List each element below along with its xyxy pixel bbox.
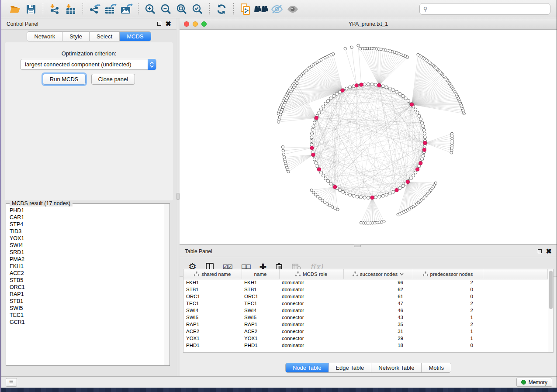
ring-node[interactable]	[363, 196, 366, 199]
ring-node[interactable]	[367, 196, 370, 199]
ring-node[interactable]	[345, 87, 348, 90]
table-row[interactable]: PHD1PHD1dominator180	[183, 342, 548, 349]
ring-node[interactable]	[356, 195, 359, 198]
mcds-result-item[interactable]: GCR1	[10, 319, 164, 326]
mcds-result-item[interactable]: SWI4	[10, 242, 164, 249]
ring-node[interactable]	[374, 83, 377, 86]
zoom-selected-icon[interactable]	[190, 2, 205, 17]
export-image-icon[interactable]	[118, 2, 134, 17]
ring-node[interactable]	[313, 158, 316, 161]
leaf-node[interactable]	[331, 206, 334, 208]
ring-node[interactable]	[407, 100, 410, 103]
leaf-node[interactable]	[329, 204, 331, 207]
leaf-node[interactable]	[357, 44, 360, 47]
ring-node[interactable]	[392, 89, 395, 92]
ring-node[interactable]	[318, 111, 321, 114]
ring-node[interactable]	[324, 177, 327, 180]
ring-node[interactable]	[367, 83, 370, 86]
ring-node[interactable]	[418, 114, 421, 117]
mcds-result-item[interactable]: YOX1	[10, 235, 164, 242]
leaf-node[interactable]	[277, 120, 280, 123]
ring-node[interactable]	[322, 174, 325, 177]
table-row[interactable]: SWI5SWI5connector431	[183, 314, 548, 321]
memory-button[interactable]: Memory	[516, 378, 552, 387]
zoom-fit-icon[interactable]	[174, 2, 190, 17]
hub-node[interactable]	[410, 103, 414, 106]
ring-node[interactable]	[378, 195, 381, 198]
ring-node[interactable]	[312, 125, 315, 128]
column-header-name[interactable]: name	[242, 269, 279, 279]
ring-node[interactable]	[338, 189, 341, 192]
export-network-icon[interactable]	[87, 2, 103, 17]
ring-node[interactable]	[329, 182, 332, 185]
hub-node[interactable]	[355, 84, 358, 87]
zoom-in-icon[interactable]	[142, 2, 158, 17]
network-canvas[interactable]	[180, 30, 557, 244]
save-session-icon[interactable]	[23, 2, 39, 17]
ring-node[interactable]	[412, 174, 415, 177]
task-history-button[interactable]: ≣	[6, 378, 17, 387]
ring-node[interactable]	[319, 108, 322, 111]
ring-node[interactable]	[345, 192, 348, 195]
leaf-node[interactable]	[310, 189, 313, 192]
ring-node[interactable]	[381, 194, 384, 197]
tab-style[interactable]: Style	[62, 32, 90, 41]
ring-node[interactable]	[423, 132, 426, 135]
mcds-result-item[interactable]: PMA2	[10, 256, 164, 263]
leaf-node[interactable]	[350, 46, 353, 48]
ring-node[interactable]	[401, 185, 405, 188]
mcds-result-item[interactable]: PHD1	[10, 207, 164, 214]
refresh-icon[interactable]	[214, 2, 229, 17]
ring-node[interactable]	[401, 94, 405, 97]
ring-node[interactable]	[422, 154, 425, 157]
close-panel-button[interactable]: Close panel	[91, 74, 135, 85]
mcds-list-scrollbar[interactable]	[164, 204, 169, 365]
leaf-node[interactable]	[344, 47, 346, 50]
import-table-icon[interactable]	[63, 2, 79, 17]
ring-node[interactable]	[310, 136, 313, 139]
ring-node[interactable]	[310, 143, 313, 146]
hub-node[interactable]	[423, 141, 427, 144]
ring-node[interactable]	[385, 86, 388, 89]
mcds-result-item[interactable]: SRD1	[10, 249, 164, 256]
tab-network[interactable]: Network	[27, 32, 62, 41]
search-network-icon[interactable]	[253, 2, 269, 17]
ring-node[interactable]	[329, 97, 332, 100]
optimization-criterion-select[interactable]: largest connected component (undirected)	[20, 59, 156, 70]
leaf-node[interactable]	[314, 193, 317, 196]
mcds-result-item[interactable]: SWI5	[10, 305, 164, 312]
leaf-node[interactable]	[287, 170, 290, 173]
mcds-result-item[interactable]: RAP1	[10, 291, 164, 298]
ring-node[interactable]	[392, 190, 395, 193]
tab-node-table[interactable]: Node Table	[286, 363, 329, 372]
mcds-result-item[interactable]: ACE2	[10, 270, 164, 277]
leaf-node[interactable]	[281, 146, 284, 148]
ring-node[interactable]	[310, 139, 313, 142]
leaf-node[interactable]	[318, 197, 321, 200]
float-table-panel-icon[interactable]	[538, 249, 542, 253]
ring-node[interactable]	[322, 105, 325, 108]
hub-node[interactable]	[416, 168, 419, 171]
ring-node[interactable]	[374, 196, 377, 199]
ring-node[interactable]	[385, 193, 388, 196]
zoom-out-icon[interactable]	[158, 2, 174, 17]
hub-node[interactable]	[311, 153, 315, 156]
tab-motifs[interactable]: Motifs	[422, 363, 451, 372]
mcds-result-item[interactable]: STB5	[10, 277, 164, 284]
leaf-node[interactable]	[359, 48, 361, 50]
export-table-icon[interactable]	[103, 2, 118, 17]
hub-node[interactable]	[377, 83, 381, 87]
ring-node[interactable]	[381, 85, 384, 88]
table-row[interactable]: YOX1YOX1connector291	[183, 335, 548, 342]
tab-select[interactable]: Select	[90, 32, 120, 41]
horizontal-splitter-grip[interactable]	[354, 244, 361, 247]
ring-node[interactable]	[324, 102, 327, 105]
leaf-node[interactable]	[282, 149, 284, 152]
mcds-result-item[interactable]: STP4	[10, 221, 164, 228]
ring-node[interactable]	[423, 136, 426, 139]
mcds-result-item[interactable]: FKH1	[10, 263, 164, 270]
hub-node[interactable]	[419, 162, 422, 165]
mcds-result-item[interactable]: TID3	[10, 228, 164, 235]
mcds-result-item[interactable]: STB1	[10, 298, 164, 305]
hub-node[interactable]	[310, 146, 314, 150]
